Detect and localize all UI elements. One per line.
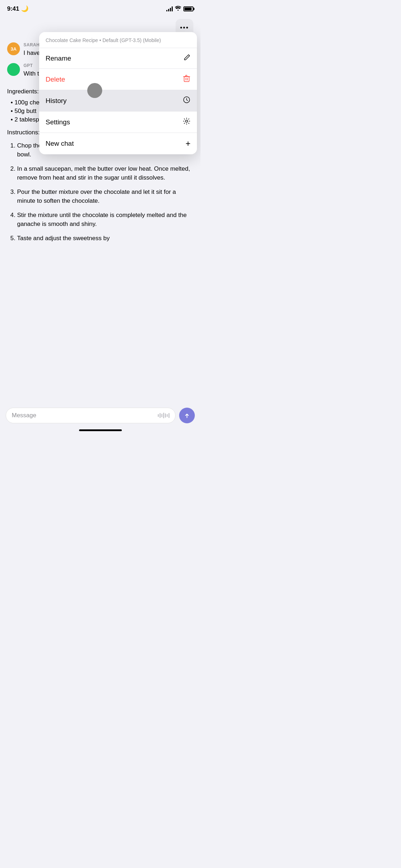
history-label: History	[46, 97, 67, 105]
dropdown-menu: Chocolate Cake Recipe • Default (GPT-3.5…	[39, 32, 197, 154]
settings-label: Settings	[46, 118, 70, 126]
rename-icon	[183, 54, 191, 63]
rename-label: Rename	[46, 55, 71, 62]
settings-icon	[183, 117, 191, 127]
delete-label: Delete	[46, 76, 65, 83]
settings-item[interactable]: Settings	[39, 112, 197, 133]
new-chat-icon: +	[186, 139, 191, 149]
history-item[interactable]: History	[39, 90, 197, 112]
new-chat-item[interactable]: New chat +	[39, 133, 197, 154]
svg-point-2	[186, 120, 188, 122]
delete-item[interactable]: Delete	[39, 69, 197, 90]
dropdown-overlay[interactable]: Chocolate Cake Recipe • Default (GPT-3.5…	[0, 0, 200, 434]
delete-icon	[183, 74, 191, 84]
new-chat-label: New chat	[46, 140, 74, 148]
dropdown-subtitle: Chocolate Cake Recipe • Default (GPT-3.5…	[46, 37, 161, 43]
history-icon	[183, 96, 191, 105]
svg-rect-0	[184, 77, 189, 82]
dropdown-header: Chocolate Cake Recipe • Default (GPT-3.5…	[39, 32, 197, 48]
rename-item[interactable]: Rename	[39, 48, 197, 69]
